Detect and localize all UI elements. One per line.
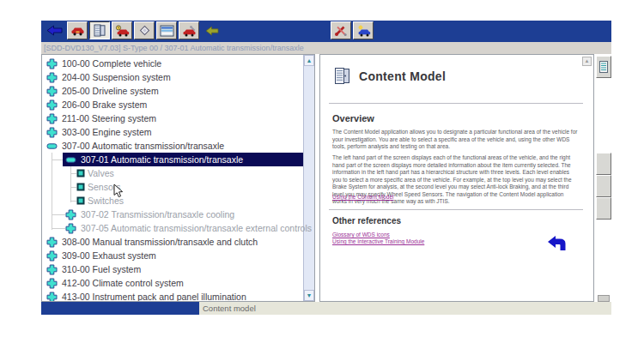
app-window: [SDD-DVD130_V7.03] S-Type 00 / 307-01 Au… — [41, 21, 611, 316]
tree-item-206-00[interactable]: 206-00 Brake system — [42, 98, 303, 111]
status-text: Content model — [203, 302, 256, 315]
side-button-2[interactable] — [596, 175, 611, 197]
tree-item-307-02[interactable]: 307-02 Transmission/transaxle cooling — [42, 208, 303, 221]
content-model-icon — [334, 67, 351, 85]
tree-item-label: 307-05 Automatic transmission/transaxle … — [81, 223, 312, 233]
expand-plus-icon[interactable] — [46, 264, 58, 275]
side-button-1[interactable] — [596, 153, 611, 175]
toolbar-right-group — [331, 21, 374, 39]
tools-icon[interactable] — [331, 21, 351, 39]
expand-plus-icon[interactable] — [46, 127, 58, 138]
tree-item-303-00[interactable]: 303-00 Engine system — [42, 125, 303, 139]
tree-item-204-00[interactable]: 204-00 Suspension system — [42, 70, 303, 84]
tree-item-switches[interactable]: Switches — [42, 194, 303, 208]
side-button-3[interactable] — [596, 197, 611, 220]
tree-item-label: 100-00 Complete vehicle — [62, 58, 161, 69]
expand-plus-icon[interactable] — [65, 209, 76, 220]
tree-item-310-00[interactable]: 310-00 Fuel system — [42, 262, 303, 276]
tree-item-413-00[interactable]: 413-00 Instrument pack and panel illumin… — [42, 290, 303, 302]
expand-plus-icon[interactable] — [46, 86, 58, 97]
worksheet-grid-icon[interactable] — [156, 21, 177, 39]
session-title-bar: [SDD-DVD130_V7.03] S-Type 00 / 307-01 Au… — [41, 42, 611, 54]
overview-paragraph-1: The Content Model application allows you… — [332, 129, 580, 151]
content-model-tree-panel: 100-00 Complete vehicle 204-00 Suspensio… — [41, 54, 315, 302]
tree-item-valves[interactable]: Valves — [42, 166, 303, 180]
back-arrow-icon[interactable] — [43, 21, 65, 39]
tree-item-label: 211-00 Steering system — [62, 113, 156, 123]
leaf-box-icon — [76, 169, 85, 178]
green-back-arrow-icon[interactable] — [201, 21, 223, 39]
expand-plus-icon[interactable] — [46, 237, 58, 248]
side-strip-footer — [598, 295, 610, 302]
tree-item-309-00[interactable]: 309-00 Exhaust system — [42, 249, 303, 262]
tree-rows: 100-00 Complete vehicle 204-00 Suspensio… — [42, 57, 303, 301]
collapse-minus-icon[interactable] — [65, 154, 76, 165]
expand-plus-icon[interactable] — [46, 278, 58, 289]
tree-item-label: 412-00 Climate control system — [62, 278, 184, 288]
tree-item-label: 309-00 Exhaust system — [62, 250, 156, 261]
expand-plus-icon[interactable] — [46, 58, 58, 69]
expand-plus-icon[interactable] — [46, 113, 58, 124]
leaf-box-icon — [76, 183, 85, 191]
tree-item-308-00[interactable]: 308-00 Manual transmission/transaxle and… — [42, 235, 303, 249]
status-progress-block — [41, 302, 199, 315]
tree-item-211-00[interactable]: 211-00 Steering system — [42, 111, 303, 125]
status-bar: Content model — [41, 302, 611, 315]
return-arrow-icon[interactable] — [546, 235, 568, 254]
expand-plus-icon[interactable] — [46, 72, 58, 83]
toolbar-left-group — [43, 21, 223, 39]
scroll-down-icon[interactable]: ▼ — [304, 290, 314, 301]
main-toolbar — [41, 21, 611, 42]
page-title: Content Model — [359, 69, 446, 83]
tree-scrollbar[interactable]: ▲ ▼ — [303, 55, 314, 301]
expand-plus-icon[interactable] — [46, 292, 58, 303]
tree-item-100-00[interactable]: 100-00 Complete vehicle — [42, 57, 303, 70]
tree-item-label: 206-00 Brake system — [62, 99, 147, 110]
collapse-minus-icon[interactable] — [46, 141, 58, 152]
other-references-heading: Other references — [332, 216, 401, 226]
interactive-training-module-link[interactable]: Using the Interactive Training Module — [332, 238, 424, 244]
tree-item-label: 413-00 Instrument pack and panel illumin… — [62, 292, 246, 302]
tree-item-label: 307-00 Automatic transmission/transaxle — [62, 141, 224, 151]
scroll-up-icon[interactable]: ▲ — [304, 55, 314, 66]
tree-item-label: 307-01 Automatic transmission/transaxle — [81, 154, 243, 165]
chip-diamond-icon[interactable] — [134, 21, 155, 39]
tree-item-label: 303-00 Engine system — [62, 127, 151, 137]
content-detail-panel: Content Model Overview The Content Model… — [319, 54, 594, 302]
tree-item-label: Switches — [88, 196, 124, 206]
striped-panel-icon — [599, 61, 608, 73]
vehicle-datalogger-icon[interactable] — [112, 21, 132, 39]
using-content-model-link[interactable]: Using the Content Model — [332, 194, 394, 200]
expand-plus-icon[interactable] — [65, 223, 76, 234]
tree-item-sensors[interactable]: Sensors — [42, 180, 303, 194]
tree-item-307-01-selected[interactable]: 307-01 Automatic transmission/transaxle — [42, 153, 303, 166]
tree-item-label: 310-00 Fuel system — [62, 264, 141, 274]
tree-item-307-05[interactable]: 307-05 Automatic transmission/transaxle … — [42, 221, 303, 235]
divider — [329, 209, 583, 210]
tree-item-label: 307-02 Transmission/transaxle cooling — [81, 209, 234, 220]
tree-item-label: 204-00 Suspension system — [62, 72, 171, 82]
tree-item-label: Sensors — [88, 182, 121, 192]
glossary-wds-icons-link[interactable]: Glossary of WDS icons — [332, 232, 390, 238]
overview-heading: Overview — [332, 113, 374, 123]
vehicle-toolbox-icon[interactable] — [179, 21, 199, 39]
expand-plus-icon[interactable] — [46, 250, 58, 262]
tree-item-label: 205-00 Driveline system — [62, 86, 159, 96]
tree-item-label: 308-00 Manual transmission/transaxle and… — [62, 237, 258, 247]
vehicle-config-sun-icon[interactable] — [353, 21, 374, 39]
tree-item-label: Valves — [88, 168, 114, 178]
side-button-notes[interactable] — [596, 56, 611, 78]
content-model-cabinet-icon[interactable] — [89, 21, 110, 39]
tree-item-412-00[interactable]: 412-00 Climate control system — [42, 276, 303, 290]
expand-plus-icon[interactable] — [46, 99, 58, 111]
tree-item-205-00[interactable]: 205-00 Driveline system — [42, 84, 303, 98]
tree-item-307-00[interactable]: 307-00 Automatic transmission/transaxle — [42, 139, 303, 153]
divider — [329, 103, 583, 104]
content-header: Content Model — [334, 67, 446, 85]
vehicle-icon[interactable] — [67, 21, 88, 39]
leaf-box-icon — [76, 196, 85, 205]
content-scroll-up-icon[interactable]: ▲ — [582, 57, 592, 66]
